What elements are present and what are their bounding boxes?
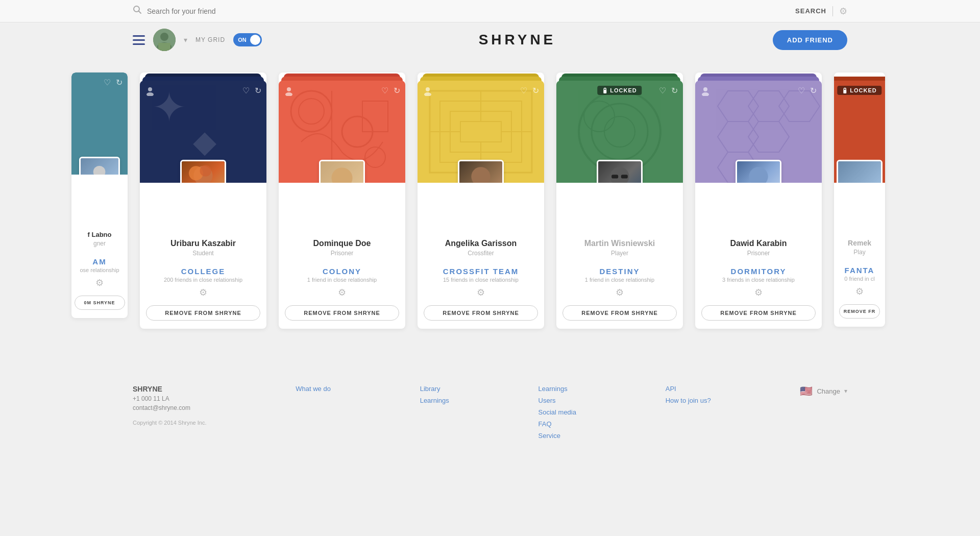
search-area	[133, 5, 300, 17]
share-icon[interactable]: ↻	[532, 86, 539, 95]
footer-faq-link[interactable]: FAQ	[538, 420, 576, 428]
copyright: Copyright © 2014 Shryne Inc.	[133, 420, 206, 426]
share-icon[interactable]: ↻	[255, 86, 261, 95]
toggle-wrap[interactable]: ON	[233, 33, 262, 46]
settings-icon[interactable]: ⚙	[338, 287, 346, 298]
svg-point-54	[702, 92, 709, 96]
settings-icon[interactable]: ⚙	[839, 6, 847, 17]
card-role: Prisoner	[313, 250, 371, 257]
like-icon[interactable]: ♡	[798, 86, 805, 95]
flag-icon: 🇺🇸	[800, 385, 813, 397]
svg-point-17	[299, 99, 324, 124]
person-icon	[700, 86, 710, 99]
hamburger-line	[133, 35, 145, 37]
category-title: COLONY	[323, 267, 361, 276]
category-title: COLLEGE	[181, 267, 226, 276]
category: CROSSFIT TEAM 15 friends in close relati…	[418, 267, 544, 298]
card-remek-partial: LOCKED Remek Play FANTA 0 friend in cl ⚙…	[834, 72, 885, 327]
locked-label: LOCKED	[850, 87, 876, 93]
card-role: Play	[834, 249, 885, 256]
card-role: Prisoner	[730, 250, 787, 257]
hamburger-menu[interactable]	[133, 35, 145, 45]
card-actions: ♡ ↻	[104, 78, 122, 87]
share-icon[interactable]: ↻	[810, 86, 817, 95]
card-actions: ♡ ↻	[659, 86, 678, 95]
footer-language[interactable]: 🇺🇸 Change ▾	[800, 385, 847, 397]
remove-button[interactable]: REMOVE FROM SHRYNE	[285, 305, 399, 321]
footer-api-link[interactable]: API	[666, 385, 711, 393]
footer-library-link[interactable]: Library	[420, 385, 449, 393]
footer-col-what: What we do	[296, 385, 331, 393]
svg-line-1	[139, 11, 141, 14]
settings-icon[interactable]: ⚙	[95, 277, 104, 288]
category-sub: ose relationship	[80, 267, 119, 273]
person-icon	[284, 86, 294, 99]
svg-point-55	[749, 167, 768, 183]
card-partial-left: ♡ ↻ f Labno gner AM ose relationship	[71, 72, 128, 318]
svg-point-10	[148, 87, 152, 91]
search-button[interactable]: SEARCH	[795, 7, 826, 15]
cards-row: ♡ ↻ f Labno gner AM ose relationship	[71, 72, 909, 329]
like-icon[interactable]: ♡	[104, 78, 111, 87]
footer-brand: SHRYNE +1 000 11 LA contact@shryne.com C…	[133, 385, 206, 426]
category-sub: 0 friend in cl	[844, 276, 874, 282]
share-icon[interactable]: ↻	[116, 78, 122, 87]
share-icon[interactable]: ↻	[394, 86, 400, 95]
remove-button[interactable]: REMOVE FROM SHRYNE	[424, 305, 537, 321]
hamburger-line	[133, 43, 145, 45]
like-icon[interactable]: ♡	[381, 86, 388, 95]
card-name: f Labno	[88, 231, 112, 238]
card-role: Crossfiter	[445, 250, 517, 257]
chevron-down-icon: ▾	[844, 387, 847, 395]
remove-button[interactable]: REMOVE FROM SHRYNE	[701, 305, 815, 321]
card-role: gner	[88, 240, 112, 247]
category: COLLEGE 200 friends in close relationshi…	[140, 267, 266, 298]
like-icon[interactable]: ♡	[242, 86, 250, 95]
footer-what-link[interactable]: What we do	[296, 385, 331, 393]
svg-marker-48	[748, 91, 789, 121]
svg-point-34	[426, 87, 430, 91]
svg-point-15	[200, 165, 211, 176]
footer-join-link[interactable]: How to join us?	[666, 397, 711, 404]
search-input[interactable]	[147, 7, 300, 15]
like-icon[interactable]: ♡	[659, 86, 666, 95]
svg-marker-50	[718, 121, 758, 152]
remove-button[interactable]: 0M SHRYNE	[75, 296, 125, 310]
svg-rect-42	[603, 90, 606, 93]
footer-users-link[interactable]: Users	[538, 397, 576, 404]
svg-point-16	[291, 91, 332, 132]
add-friend-button[interactable]: ADD FRIEND	[773, 30, 847, 50]
footer-learnings-link[interactable]: Learnings	[420, 397, 449, 404]
svg-rect-46	[621, 175, 628, 178]
settings-icon[interactable]: ⚙	[199, 287, 207, 298]
footer-col-library: Library Learnings	[420, 385, 449, 404]
svg-marker-51	[748, 121, 789, 152]
grid-toggle[interactable]: ON	[233, 33, 262, 46]
remove-button[interactable]: REMOVE FR	[839, 304, 880, 319]
settings-icon[interactable]: ⚙	[855, 286, 864, 297]
remove-button[interactable]: REMOVE FROM SHRYNE	[146, 305, 260, 321]
card-actions: ♡ ↻	[520, 86, 539, 95]
settings-icon[interactable]: ⚙	[477, 287, 485, 298]
share-icon[interactable]: ↻	[671, 86, 678, 95]
svg-point-40	[604, 116, 635, 147]
like-icon[interactable]: ♡	[520, 86, 527, 95]
logo: SHRYNE	[479, 32, 556, 48]
footer-social-link[interactable]: Social media	[538, 408, 576, 416]
svg-rect-45	[611, 175, 618, 178]
lang-label: Change	[817, 387, 840, 395]
card-actions: ♡ ↻	[242, 86, 261, 95]
svg-rect-20	[362, 101, 388, 132]
svg-text:◆: ◆	[193, 125, 216, 159]
avatar-dropdown-icon[interactable]: ▾	[184, 36, 187, 44]
card-role: Player	[584, 250, 655, 257]
avatar[interactable]	[153, 29, 176, 51]
settings-icon[interactable]: ⚙	[754, 287, 763, 298]
footer-learnings2-link[interactable]: Learnings	[538, 385, 576, 393]
footer-service-link[interactable]: Service	[538, 432, 576, 440]
category-sub: 3 friends in close relationship	[722, 277, 795, 283]
svg-rect-57	[843, 90, 846, 93]
category-sub: 15 friends in close relationship	[443, 277, 519, 283]
settings-icon[interactable]: ⚙	[616, 287, 624, 298]
remove-button[interactable]: REMOVE FROM SHRYNE	[562, 305, 676, 321]
